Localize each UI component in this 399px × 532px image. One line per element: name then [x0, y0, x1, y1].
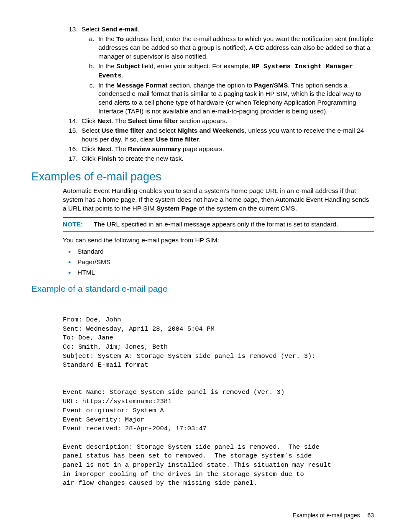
term-use-time-filter: Use time filter	[101, 127, 144, 134]
text: field, enter your subject. For example,	[140, 62, 252, 69]
text: . The	[112, 117, 128, 124]
note-block: NOTE: The URL specified in an e-mail mes…	[63, 217, 374, 232]
text: Select	[82, 127, 101, 134]
term-message-format: Message Format	[116, 82, 167, 89]
heading-example-standard-email: Example of a standard e-mail page	[31, 283, 374, 295]
step-17: Click Finish to create the new task.	[79, 154, 374, 163]
term-select-time-filter: Select time filter	[128, 117, 178, 124]
step-15: Select Use time filter and select Nights…	[79, 126, 374, 144]
document-page: Select Send e-mail. In the To address fi…	[0, 0, 399, 532]
text: section, change the option to	[167, 82, 254, 89]
term-send-email: Send e-mail	[101, 26, 138, 33]
substep-13a: In the To address field, enter the e-mai…	[96, 35, 374, 61]
step-text: .	[138, 26, 139, 33]
text: In the	[98, 62, 116, 69]
text: page appears.	[181, 145, 224, 152]
list-item-standard: Standard	[77, 247, 374, 256]
text: of the system on the current CMS.	[197, 205, 297, 212]
numbered-steps: Select Send e-mail. In the To address fi…	[31, 25, 374, 163]
step-16: Click Next. The Review summary page appe…	[79, 145, 374, 154]
term-to: To	[116, 35, 124, 42]
text: . The	[112, 145, 128, 152]
email-types-list: Standard Pager/SMS HTML	[63, 247, 374, 277]
substep-13c: In the Message Format section, change th…	[96, 81, 374, 116]
page-number: 63	[367, 512, 374, 519]
list-item-pager-sms: Pager/SMS	[77, 258, 374, 267]
term-next: Next	[97, 145, 112, 152]
section1-paragraph: Automatic Event Handling enables you to …	[63, 187, 374, 213]
term-use-time-filter-2: Use time filter	[156, 136, 199, 143]
text: .	[122, 72, 123, 79]
text: section appears.	[178, 117, 228, 124]
term-subject: Subject	[116, 62, 140, 69]
term-review-summary: Review summary	[128, 145, 181, 152]
note-text: The URL specified in an e-mail message a…	[94, 221, 338, 228]
email-example-block: From: Doe, John Sent: Wednesday, April 2…	[63, 316, 374, 488]
text: to create the new task.	[117, 155, 184, 162]
term-nights-weekends: Nights and Weekends	[177, 127, 245, 134]
text: Click	[82, 117, 97, 124]
text: .	[199, 136, 201, 143]
text: In the	[98, 35, 116, 42]
step-13: Select Send e-mail. In the To address fi…	[79, 25, 374, 116]
term-finish: Finish	[97, 155, 117, 162]
step-14: Click Next. The Select time filter secti…	[79, 117, 374, 126]
term-pager-sms: Pager/SMS	[254, 82, 288, 89]
text: In the	[98, 82, 116, 89]
substeps-13: In the To address field, enter the e-mai…	[82, 35, 374, 116]
note-label: NOTE:	[63, 220, 92, 229]
text: Click	[82, 145, 97, 152]
term-next: Next	[97, 117, 112, 124]
page-footer: Examples of e-mail pages 63	[292, 511, 374, 519]
section1-paragraph-2: You can send the following e-mail pages …	[63, 236, 374, 245]
term-system-page: System Page	[156, 205, 197, 212]
step-text: Select	[82, 26, 101, 33]
text: Click	[82, 155, 97, 162]
term-cc: CC	[255, 44, 264, 51]
footer-section-title: Examples of e-mail pages	[292, 512, 360, 519]
list-item-html: HTML	[77, 268, 374, 277]
substep-13b: In the Subject field, enter your subject…	[96, 62, 374, 80]
text: and select	[144, 127, 177, 134]
heading-examples-email-pages: Examples of e-mail pages	[31, 169, 374, 184]
